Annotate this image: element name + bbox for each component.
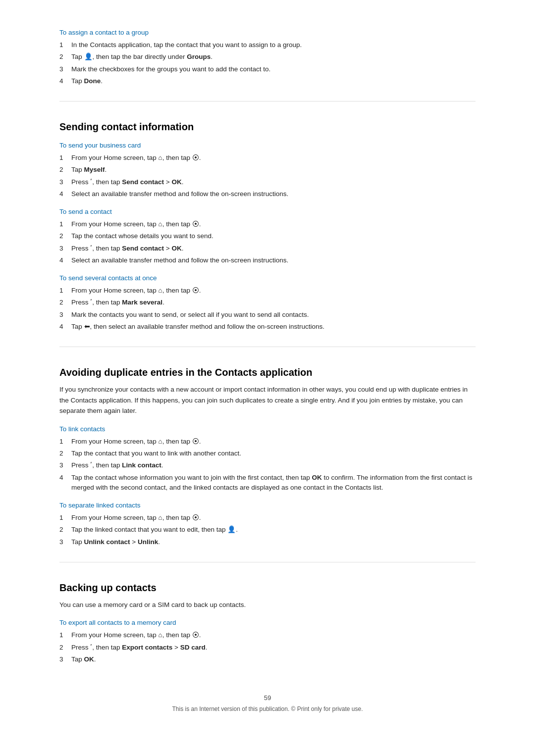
list-item: 3 Tap OK. [59, 655, 476, 664]
list-item: 4 Tap the contact whose information you … [59, 473, 476, 493]
send-several-list: 1 From your Home screen, tap ⌂, then tap… [59, 286, 476, 332]
sending-heading: Sending contact information [59, 121, 476, 133]
sending-section: Sending contact information To send your… [59, 101, 476, 332]
list-item: 2 Press ʹ, then tap Mark several. [59, 298, 476, 307]
list-item: 1 In the Contacts application, tap the c… [59, 40, 476, 50]
backup-heading: Backing up contacts [59, 582, 476, 594]
assign-section: To assign a contact to a group 1 In the … [59, 29, 476, 86]
backup-section: Backing up contacts You can use a memory… [59, 562, 476, 664]
duplicate-heading: Avoiding duplicate entries in the Contac… [59, 367, 476, 378]
business-card-heading: To send your business card [59, 142, 476, 149]
list-item: 2 Tap the linked contact that you want t… [59, 525, 476, 535]
backup-intro: You can use a memory card or a SIM card … [59, 600, 476, 610]
list-item: 2 Tap Myself. [59, 165, 476, 175]
export-heading: To export all contacts to a memory card [59, 619, 476, 626]
separate-heading: To separate linked contacts [59, 502, 476, 509]
list-item: 1 From your Home screen, tap ⌂, then tap… [59, 437, 476, 447]
list-item: 1 From your Home screen, tap ⌂, then tap… [59, 286, 476, 296]
duplicate-section: Avoiding duplicate entries in the Contac… [59, 347, 476, 547]
link-list: 1 From your Home screen, tap ⌂, then tap… [59, 437, 476, 493]
page-number: 59 [59, 694, 476, 702]
link-heading: To link contacts [59, 425, 476, 433]
separate-list: 1 From your Home screen, tap ⌂, then tap… [59, 513, 476, 547]
assign-heading: To assign a contact to a group [59, 29, 476, 36]
list-item: 4 Tap Done. [59, 76, 476, 86]
send-several-heading: To send several contacts at once [59, 274, 476, 282]
list-item: 1 From your Home screen, tap ⌂, then tap… [59, 630, 476, 640]
list-item: 3 Press ʹ, then tap Send contact > OK. [59, 177, 476, 187]
send-contact-list: 1 From your Home screen, tap ⌂, then tap… [59, 219, 476, 265]
list-item: 1 From your Home screen, tap ⌂, then tap… [59, 219, 476, 229]
list-item: 3 Mark the contacts you want to send, or… [59, 310, 476, 320]
business-card-list: 1 From your Home screen, tap ⌂, then tap… [59, 153, 476, 199]
footer-disclaimer: This is an Internet version of this publ… [59, 706, 476, 712]
export-list: 1 From your Home screen, tap ⌂, then tap… [59, 630, 476, 664]
page: To assign a contact to a group 1 In the … [0, 0, 535, 756]
list-item: 3 Tap Unlink contact > Unlink. [59, 537, 476, 547]
list-item: 2 Tap the contact that you want to link … [59, 449, 476, 458]
duplicate-intro: If you synchronize your contacts with a … [59, 384, 476, 416]
list-item: 2 Press ʹ, then tap Export contacts > SD… [59, 643, 476, 653]
list-item: 3 Mark the checkboxes for the groups you… [59, 64, 476, 74]
list-item: 2 Tap 👤, then tap the bar directly under… [59, 52, 476, 62]
assign-list: 1 In the Contacts application, tap the c… [59, 40, 476, 86]
send-contact-heading: To send a contact [59, 208, 476, 215]
list-item: 1 From your Home screen, tap ⌂, then tap… [59, 513, 476, 523]
list-item: 4 Select an available transfer method an… [59, 189, 476, 199]
list-item: 3 Press ʹ, then tap Send contact > OK. [59, 244, 476, 253]
footer: 59 This is an Internet version of this p… [59, 694, 476, 712]
list-item: 2 Tap the contact whose details you want… [59, 231, 476, 241]
list-item: 4 Select an available transfer method an… [59, 255, 476, 265]
list-item: 4 Tap ⬅, then select an available transf… [59, 322, 476, 332]
list-item: 1 From your Home screen, tap ⌂, then tap… [59, 153, 476, 163]
list-item: 3 Press ʹ, then tap Link contact. [59, 460, 476, 470]
